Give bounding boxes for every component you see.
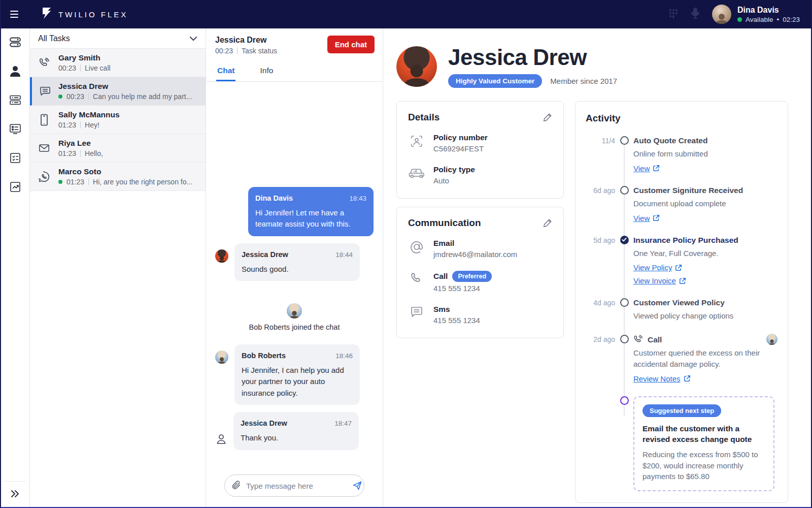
task-row-jessica-drew[interactable]: Jessica Drew 00:23 Can you help me add m… bbox=[30, 77, 206, 106]
task-name: Sally McMannus bbox=[58, 110, 120, 119]
task-list-panel: All Tasks Gary Smith 00:23 Live call bbox=[30, 28, 206, 507]
suggestion-box[interactable]: Suggested next step Email the customer w… bbox=[633, 396, 774, 492]
task-filter-dropdown[interactable]: All Tasks bbox=[30, 28, 206, 49]
suggestion-badge: Suggested next step bbox=[642, 404, 721, 417]
message-list: Dina Davis 18:43 Hi Jennifer! Let me hav… bbox=[206, 82, 383, 507]
message-inbound: Jessica Drew 18:44 Sounds good. bbox=[215, 243, 374, 281]
message-text: Hi Jennifer! Let me have a teamate assis… bbox=[255, 207, 366, 230]
view-link[interactable]: View bbox=[633, 164, 660, 173]
task-meta: 00:23 Can you help me add my part... bbox=[58, 92, 192, 101]
activity-event-signature: 6d ago Customer Signiture Received Docum… bbox=[586, 186, 777, 223]
suggestion-circle-icon bbox=[620, 396, 629, 405]
rail-item-agent-desktop[interactable] bbox=[9, 66, 21, 78]
task-body: Riya Lee 01:23 Hello, bbox=[58, 139, 103, 157]
twilio-flex-logo-icon bbox=[41, 7, 52, 21]
link-label: View Policy bbox=[633, 263, 672, 272]
customer-avatar bbox=[215, 249, 228, 263]
activity-event-auto-quote: 11/4 Auto Quote Created Online form subm… bbox=[586, 136, 777, 173]
task-meta: 01:23 Hey! bbox=[58, 121, 120, 129]
rail-item-insights[interactable] bbox=[10, 182, 21, 194]
view-invoice-link[interactable]: View Invoice bbox=[633, 276, 686, 285]
joined-user-avatar bbox=[287, 303, 302, 319]
event-marker bbox=[615, 298, 633, 322]
voice-channel-icon bbox=[30, 57, 58, 69]
agent-person-icon bbox=[9, 66, 21, 79]
task-row-marco-soto[interactable]: Marco Soto 01:23 Hi, are you the right p… bbox=[30, 163, 206, 191]
customer-value-badge: Highly Valued Customer bbox=[448, 74, 542, 88]
paperclip-icon bbox=[232, 481, 241, 491]
sms-value: 415 555 1234 bbox=[433, 316, 480, 325]
chat-tabs: Chat Info bbox=[206, 62, 383, 82]
edit-details-button[interactable] bbox=[543, 113, 552, 122]
task-preview: Live call bbox=[85, 64, 111, 72]
profile-left-column: Details Policy number C569294FEST bbox=[396, 101, 564, 338]
policy-number-value: C569294FEST bbox=[433, 144, 488, 153]
activity-card: Activity 11/4 Auto Quote Created Online … bbox=[575, 101, 788, 503]
task-row-gary-smith[interactable]: Gary Smith 00:23 Live call bbox=[30, 49, 206, 77]
call-label: Call Preferred bbox=[433, 271, 492, 282]
event-desc: Viewed policy change options bbox=[633, 310, 777, 322]
rail-item-queues[interactable] bbox=[9, 124, 21, 136]
hamburger-icon bbox=[10, 10, 21, 18]
insights-chart-icon bbox=[10, 181, 21, 195]
event-links: View bbox=[633, 209, 777, 223]
task-time: 00:23 bbox=[66, 92, 84, 101]
tab-info[interactable]: Info bbox=[259, 62, 274, 81]
edit-communication-button[interactable] bbox=[543, 218, 552, 228]
activity-title: Activity bbox=[586, 113, 777, 124]
id-scan-icon bbox=[408, 133, 425, 153]
message-bubble: Dina Davis 18:43 Hi Jennifer! Let me hav… bbox=[248, 187, 374, 236]
hamburger-menu-button[interactable] bbox=[1, 10, 30, 18]
agent2-avatar bbox=[215, 351, 228, 364]
bubble-header: Bob Roberts 18:46 bbox=[242, 351, 353, 362]
email-channel-icon bbox=[30, 144, 58, 152]
task-row-sally-mcmannus[interactable]: Sally McMannus 01:23 Hey! bbox=[30, 106, 206, 134]
bubble-header: Jessica Drew 18:44 bbox=[242, 249, 353, 261]
send-message-button[interactable] bbox=[352, 481, 362, 491]
profile-header-text: Jessica Drew Highly Valued Customer Memb… bbox=[448, 45, 617, 88]
rail-item-toggles[interactable] bbox=[9, 37, 21, 49]
link-label: View bbox=[633, 164, 650, 173]
message-inbound: Bob Roberts 18:46 Hi Jennifer, I can hel… bbox=[215, 344, 374, 405]
task-meta: 00:23 Live call bbox=[58, 64, 111, 72]
end-chat-button[interactable]: End chat bbox=[327, 36, 375, 53]
event-title: Insurance Policy Purchased bbox=[633, 236, 777, 245]
event-date: 11/4 bbox=[586, 136, 615, 173]
review-notes-link[interactable]: Review Notes bbox=[633, 374, 691, 383]
event-content: Customer Viewed Policy Viewed policy cha… bbox=[633, 298, 777, 322]
event-date: 5d ago bbox=[586, 236, 615, 285]
link-label: Review Notes bbox=[633, 374, 681, 383]
email-row: Email jmdrew46@mailator.com bbox=[408, 239, 552, 259]
availability-dot-icon bbox=[737, 17, 742, 22]
rail-item-task-list[interactable] bbox=[9, 95, 21, 107]
agent-user-chip[interactable]: Dina Davis Available • 02:23 bbox=[712, 5, 800, 24]
task-name: Marco Soto bbox=[58, 167, 192, 176]
link-label: View Invoice bbox=[633, 276, 676, 285]
chat-panel: Jessica Drew 00:23 Task status End chat … bbox=[206, 28, 383, 507]
customer-profile-panel: Jessica Drew Highly Valued Customer Memb… bbox=[383, 28, 811, 507]
online-dot-icon bbox=[58, 94, 62, 99]
task-row-riya-lee[interactable]: Riya Lee 01:23 Hello, bbox=[30, 134, 206, 163]
message-input[interactable] bbox=[246, 482, 347, 490]
message-inbound: Jessica Drew 18:47 Thank you. bbox=[215, 412, 374, 450]
event-content: Call Customer queried the excess on thei… bbox=[633, 335, 777, 383]
link-label: View bbox=[633, 214, 650, 223]
tab-chat[interactable]: Chat bbox=[216, 62, 235, 81]
rail-item-checklist[interactable] bbox=[10, 153, 21, 165]
external-link-icon bbox=[675, 264, 682, 271]
view-link[interactable]: View bbox=[633, 214, 660, 223]
bubble-header: Jessica Drew 18:47 bbox=[241, 418, 352, 429]
main-layout: All Tasks Gary Smith 00:23 Live call bbox=[1, 28, 811, 507]
communication-card-title: Communication bbox=[408, 217, 481, 229]
event-title: Customer Signiture Received bbox=[633, 186, 777, 195]
view-policy-link[interactable]: View Policy bbox=[633, 263, 682, 272]
call-row: Call Preferred 415 555 1234 bbox=[408, 271, 552, 293]
agent-meta: Dina Davis Available • 02:23 bbox=[737, 6, 800, 23]
event-links: View Policy View Invoice bbox=[633, 259, 777, 285]
event-date bbox=[586, 396, 615, 492]
event-desc: Document upload complete bbox=[633, 198, 777, 209]
expand-rail-button[interactable] bbox=[1, 482, 29, 507]
event-content: Auto Quote Created Online form submitted… bbox=[633, 136, 777, 173]
event-title-text: Call bbox=[648, 335, 662, 344]
agent-name: Dina Davis bbox=[737, 6, 800, 15]
